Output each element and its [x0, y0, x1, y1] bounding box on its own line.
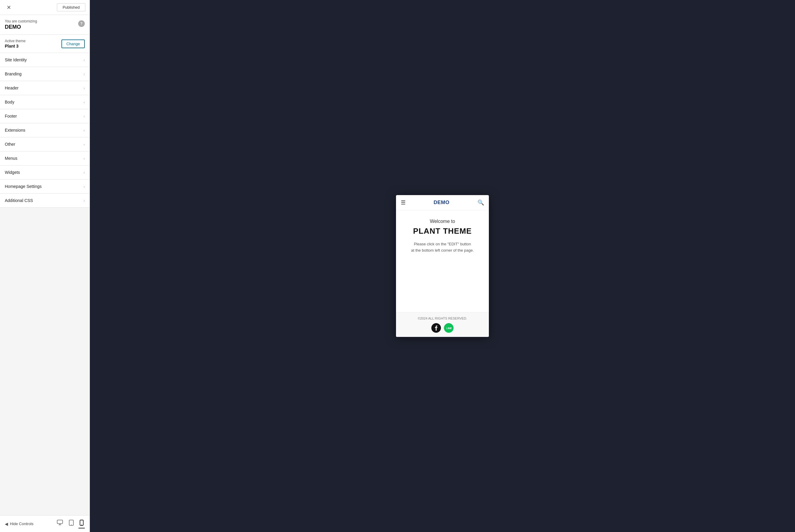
menu-item-label: Site Identity	[5, 57, 27, 62]
preview-body: Welcome to PLANT THEME Please click on t…	[396, 210, 489, 312]
preview-card: ☰ DEMO 🔍 Welcome to PLANT THEME Please c…	[396, 195, 489, 337]
instructions-line1: Please click on the "EDIT" button	[414, 242, 471, 246]
theme-info: Active theme Plant 3	[5, 39, 25, 49]
menu-item-label: Body	[5, 100, 14, 104]
sidebar: ✕ Published You are customizing DEMO ? A…	[0, 0, 90, 532]
edit-instructions: Please click on the "EDIT" button at the…	[411, 241, 474, 254]
hide-controls-label: Hide Controls	[10, 521, 34, 526]
svg-point-6	[82, 525, 82, 525]
chevron-right-icon: ›	[84, 184, 85, 189]
menu-item-menus[interactable]: Menus›	[0, 151, 90, 166]
menu-item-label: Header	[5, 86, 19, 90]
plant-theme-title: PLANT THEME	[413, 227, 472, 236]
mobile-icon[interactable]	[78, 519, 85, 528]
preview-nav: ☰ DEMO 🔍	[396, 195, 489, 210]
published-button[interactable]: Published	[57, 3, 85, 12]
device-icons	[56, 519, 85, 528]
sidebar-footer: ◀ Hide Controls	[0, 515, 90, 532]
customizing-subtitle: You are customizing	[5, 19, 37, 23]
preview-footer: ©2024 ALL RIGHTS RESERVED. LINE	[396, 312, 489, 337]
theme-name: Plant 3	[5, 44, 25, 49]
tablet-icon[interactable]	[68, 519, 75, 528]
menu-item-other[interactable]: Other›	[0, 137, 90, 151]
menu-item-branding[interactable]: Branding›	[0, 67, 90, 81]
active-theme-label: Active theme	[5, 39, 25, 43]
line-icon[interactable]: LINE	[444, 323, 453, 333]
desktop-icon[interactable]	[56, 519, 64, 528]
svg-text:LINE: LINE	[446, 327, 452, 330]
sidebar-header: ✕ Published	[0, 0, 90, 15]
close-button[interactable]: ✕	[4, 3, 14, 12]
menu-item-label: Additional CSS	[5, 198, 33, 203]
menu-item-body[interactable]: Body›	[0, 95, 90, 109]
change-theme-button[interactable]: Change	[61, 39, 85, 48]
hamburger-icon: ☰	[401, 199, 405, 206]
menu-item-widgets[interactable]: Widgets›	[0, 166, 90, 179]
chevron-right-icon: ›	[84, 156, 85, 161]
chevron-right-icon: ›	[84, 128, 85, 133]
menu-item-label: Footer	[5, 114, 17, 118]
menu-item-homepage-settings[interactable]: Homepage Settings›	[0, 179, 90, 194]
menu-item-label: Branding	[5, 72, 22, 76]
menu-item-label: Extensions	[5, 128, 25, 133]
preview-area: ☰ DEMO 🔍 Welcome to PLANT THEME Please c…	[90, 0, 795, 532]
menu-item-header[interactable]: Header›	[0, 81, 90, 95]
menu-list: Site Identity›Branding›Header›Body›Foote…	[0, 53, 90, 515]
chevron-right-icon: ›	[84, 86, 85, 90]
customizing-section: You are customizing DEMO ?	[0, 15, 90, 35]
search-icon: 🔍	[477, 199, 484, 206]
chevron-right-icon: ›	[84, 72, 85, 76]
instructions-line2: at the bottom left corner of the page.	[411, 248, 474, 252]
chevron-right-icon: ›	[84, 114, 85, 118]
customizing-site-name: DEMO	[5, 24, 37, 30]
menu-item-extensions[interactable]: Extensions›	[0, 123, 90, 137]
social-icons: LINE	[431, 323, 453, 333]
menu-item-footer[interactable]: Footer›	[0, 109, 90, 123]
hide-controls-button[interactable]: ◀ Hide Controls	[5, 521, 34, 526]
hide-controls-arrow-icon: ◀	[5, 521, 8, 526]
chevron-right-icon: ›	[84, 100, 85, 104]
nav-title: DEMO	[434, 200, 450, 206]
facebook-icon[interactable]	[431, 323, 441, 333]
menu-item-label: Other	[5, 142, 15, 147]
copyright-text: ©2024 ALL RIGHTS RESERVED.	[418, 317, 467, 320]
chevron-right-icon: ›	[84, 198, 85, 203]
chevron-right-icon: ›	[84, 142, 85, 147]
svg-point-4	[71, 525, 72, 525]
menu-item-site-identity[interactable]: Site Identity›	[0, 53, 90, 67]
welcome-to-text: Welcome to	[430, 219, 455, 224]
active-theme-section: Active theme Plant 3 Change	[0, 35, 90, 53]
menu-item-additional-css[interactable]: Additional CSS›	[0, 194, 90, 208]
chevron-right-icon: ›	[84, 58, 85, 62]
menu-item-label: Menus	[5, 156, 17, 161]
svg-rect-0	[57, 520, 62, 524]
chevron-right-icon: ›	[84, 170, 85, 175]
menu-item-label: Widgets	[5, 170, 20, 175]
menu-item-label: Homepage Settings	[5, 184, 42, 189]
help-icon[interactable]: ?	[78, 20, 85, 27]
